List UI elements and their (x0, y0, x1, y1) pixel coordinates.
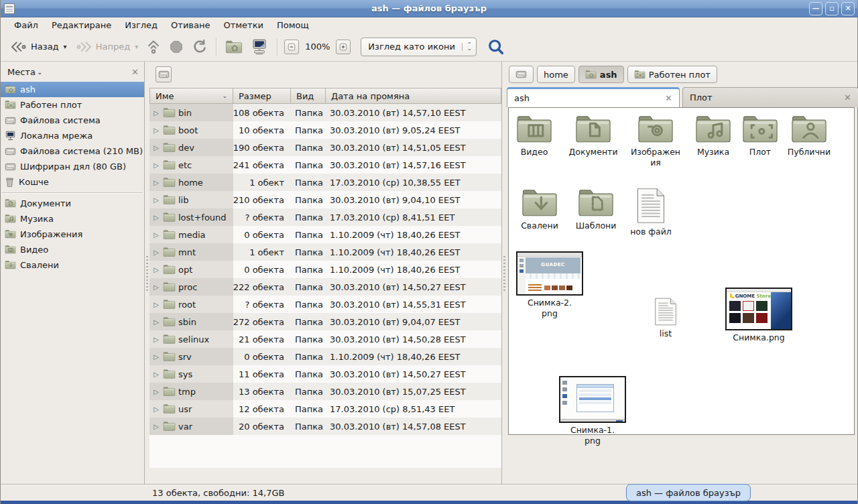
expander-icon[interactable]: ▷ (152, 266, 160, 273)
expander-icon[interactable]: ▷ (152, 231, 160, 239)
expander-icon[interactable]: ▷ (152, 162, 160, 169)
table-row[interactable]: ▷home1 обектПапка17.03.2010 (ср) 10,38,5… (149, 174, 501, 191)
sidebar-item[interactable]: Изображения (1, 227, 144, 242)
sidebar-item[interactable]: Музика (1, 211, 144, 227)
search-button[interactable] (483, 36, 509, 58)
menu-Редактиране[interactable]: Редактиране (45, 19, 118, 32)
table-row[interactable]: ▷bin108 обектаПапка30.03.2010 (вт) 14,57… (149, 104, 501, 121)
table-row[interactable]: ▷sbin272 обектаПапка30.03.2010 (вт) 9,04… (149, 313, 501, 330)
column-header-Вид[interactable]: Вид (291, 88, 326, 104)
icon-view-item[interactable]: Изображен ия (627, 113, 684, 168)
table-row[interactable]: ▷dev190 обектаПапка30.03.2010 (вт) 14,51… (149, 139, 501, 156)
tab-close-icon[interactable]: ✕ (844, 92, 851, 103)
breadcrumb-button-ash[interactable]: ash (578, 66, 624, 83)
table-row[interactable]: ▷srv0 обектаПапка1.10.2009 (чт) 18,40,26… (149, 348, 501, 365)
menu-Отметки[interactable]: Отметки (217, 19, 269, 32)
table-row[interactable]: ▷boot10 обектаПапка30.03.2010 (вт) 9,05,… (149, 121, 501, 139)
close-button[interactable]: ✕ (841, 2, 855, 15)
zoom-out-button[interactable] (284, 40, 299, 54)
tab-Плот[interactable]: Плот✕ (682, 87, 858, 107)
table-row[interactable]: ▷var20 обектаПапка30.03.2010 (вт) 14,57,… (149, 418, 501, 435)
places-dropdown-icon[interactable]: ⌄ (37, 68, 42, 76)
sidebar-item[interactable]: Локална мрежа (1, 128, 144, 143)
expander-icon[interactable]: ▷ (152, 179, 160, 186)
stop-button[interactable] (165, 37, 188, 57)
table-row[interactable]: ▷proc222 обектаПапка30.03.2010 (вт) 14,5… (149, 278, 501, 296)
spinner-icon[interactable]: ⌃⌄ (462, 43, 472, 51)
sidebar-item[interactable]: Файлова система (210 MB) (1, 143, 144, 159)
expander-icon[interactable]: ▷ (152, 249, 160, 256)
forward-dropdown-icon[interactable]: ▾ (135, 43, 138, 50)
sidebar-item[interactable]: Работен плот (1, 97, 144, 113)
table-row[interactable]: ▷lost+found? обектаПапка17.03.2010 (ср) … (149, 208, 501, 226)
back-dropdown-icon[interactable]: ▾ (64, 43, 67, 50)
breadcrumb-button-Работен плот[interactable]: Работен плот (627, 66, 717, 83)
table-row[interactable]: ▷media0 обектаПапка1.10.2009 (чт) 18,40,… (149, 226, 501, 243)
table-row[interactable]: ▷etc241 обектаПапка30.03.2010 (вт) 14,57… (149, 156, 501, 174)
icon-view-item[interactable]: нов файл (625, 187, 676, 237)
expander-icon[interactable]: ▷ (152, 301, 160, 308)
column-header-Дата на промяна[interactable]: Дата на промяна (326, 88, 501, 104)
table-row[interactable]: ▷opt0 обектаПапка1.10.2009 (чт) 18,40,26… (149, 261, 501, 278)
places-selector[interactable]: Места (7, 67, 36, 77)
expander-icon[interactable]: ▷ (152, 423, 160, 430)
table-row[interactable]: ▷selinux21 обектаПапка30.03.2010 (вт) 14… (149, 330, 501, 348)
minimize-button[interactable]: — (809, 2, 822, 15)
sidebar-close-icon[interactable]: ✕ (131, 67, 139, 77)
breadcrumb-button-home[interactable]: home (537, 66, 575, 83)
reload-button[interactable] (188, 36, 211, 57)
table-row[interactable]: ▷mnt1 обектПапка1.10.2009 (чт) 18,40,26 … (149, 243, 501, 261)
computer-button[interactable] (247, 36, 272, 58)
table-row[interactable]: ▷sys11 обектаПапка30.03.2010 (вт) 14,50,… (149, 365, 501, 383)
pane-resize-handle[interactable] (145, 62, 149, 484)
view-mode-select[interactable]: Изглед като икони ⌃⌄ (361, 38, 476, 56)
table-row[interactable]: ▷usr12 обектаПапка17.03.2010 (ср) 8,51,4… (149, 400, 501, 418)
sidebar-item[interactable]: Шифриран дял (80 GB) (1, 159, 144, 174)
expander-icon[interactable]: ▷ (152, 405, 160, 413)
expander-icon[interactable]: ▷ (152, 144, 160, 151)
expander-icon[interactable]: ▷ (152, 318, 160, 326)
tab-close-icon[interactable]: ✕ (665, 93, 672, 103)
sidebar-item[interactable]: Свалени (1, 257, 144, 273)
table-row[interactable]: ▷root? обектаПапка30.03.2010 (вт) 14,55,… (149, 296, 501, 313)
tree-root-button[interactable] (156, 66, 172, 82)
icon-view-item[interactable]: Публични (782, 113, 836, 158)
taskbar-button[interactable]: ash — файлов браузър (626, 484, 751, 501)
expander-icon[interactable]: ▷ (152, 284, 160, 291)
menu-Изглед[interactable]: Изглед (118, 19, 164, 32)
expander-icon[interactable]: ▷ (152, 371, 160, 378)
icon-view-item[interactable]: Документи (564, 113, 623, 158)
icon-view-item[interactable]: Видео (510, 113, 558, 158)
breadcrumb-button[interactable] (509, 66, 534, 83)
icon-view-item[interactable]: list (646, 297, 686, 339)
icon-view-item[interactable]: GUADECСнимка-2. png (514, 251, 585, 318)
icon-view-item[interactable]: Снимка-1. png (557, 376, 628, 446)
icon-view-item[interactable]: Музика (688, 113, 738, 158)
sidebar-item[interactable]: Файлова система (1, 113, 144, 128)
home-button[interactable] (221, 37, 247, 57)
expander-icon[interactable]: ▷ (152, 336, 160, 343)
icon-view-item[interactable]: Плот (741, 113, 780, 158)
table-row[interactable]: ▷tmp13 обектаПапка30.03.2010 (вт) 15,07,… (149, 383, 501, 400)
up-button[interactable] (142, 36, 165, 58)
expander-icon[interactable]: ▷ (152, 109, 160, 117)
tab-ash[interactable]: ash✕ (507, 87, 680, 107)
zoom-in-button[interactable] (336, 40, 351, 54)
icon-view-item[interactable]: Шаблони (569, 187, 623, 231)
expander-icon[interactable]: ▷ (152, 353, 160, 361)
sidebar-item[interactable]: Видео (1, 242, 144, 257)
column-header-Име[interactable]: Име⌄ (149, 88, 233, 104)
menu-Файл[interactable]: Файл (7, 19, 45, 32)
expander-icon[interactable]: ▷ (152, 388, 160, 395)
sidebar-item[interactable]: ash (1, 82, 144, 97)
sidebar-item[interactable]: Кошче (1, 174, 144, 190)
menu-Помощ[interactable]: Помощ (270, 19, 316, 32)
expander-icon[interactable]: ▷ (152, 127, 160, 134)
table-row[interactable]: ▷lib210 обектаПапка30.03.2010 (вт) 9,04,… (149, 191, 501, 208)
back-button[interactable]: Назад ▾ (6, 38, 71, 56)
icon-view-item[interactable]: Свалени (513, 187, 566, 231)
titlebar[interactable]: ash — файлов браузър — ▫ ✕ (1, 0, 857, 17)
menu-Отиване[interactable]: Отиване (164, 19, 217, 32)
column-header-Размер[interactable]: Размер (233, 88, 291, 104)
expander-icon[interactable]: ▷ (152, 214, 160, 221)
